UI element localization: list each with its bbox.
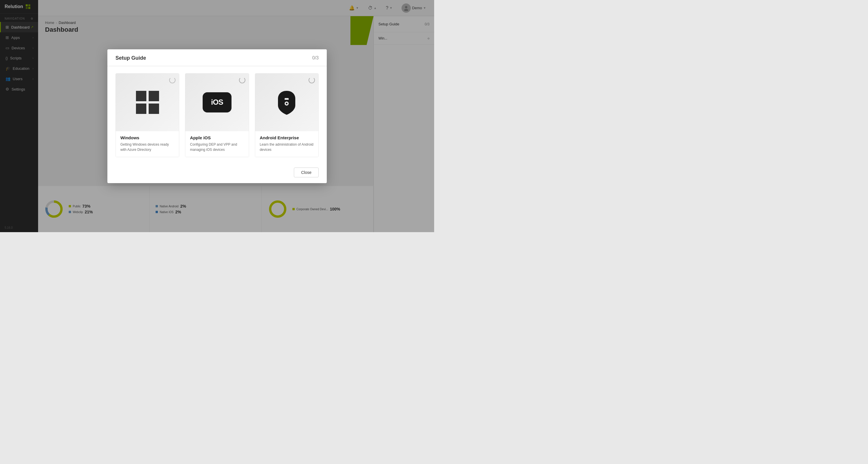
modal-header: Setup Guide 0/3 [107, 49, 327, 66]
guide-card-windows-status-icon [169, 77, 176, 84]
guide-card-ios-status-icon [239, 77, 245, 84]
android-shield-icon [275, 89, 298, 115]
guide-card-android-desc: Learn the administration of Android devi… [260, 142, 314, 152]
svg-rect-12 [136, 103, 146, 114]
guide-card-android-image [255, 73, 318, 131]
windows-logo-icon [134, 89, 160, 115]
guide-card-android[interactable]: Android Enterprise Learn the administrat… [255, 73, 319, 157]
close-button[interactable]: Close [294, 168, 319, 177]
setup-guide-modal: Setup Guide 0/3 Windows Getting Windows … [107, 49, 327, 183]
modal-title: Setup Guide [116, 55, 146, 61]
ios-logo-icon: iOS [203, 92, 231, 112]
guide-card-windows-title: Windows [120, 135, 174, 140]
guide-card-ios-desc: Configuring DEP and VPP and managing iOS… [190, 142, 244, 152]
svg-rect-11 [149, 91, 159, 101]
svg-rect-10 [136, 91, 146, 101]
svg-rect-13 [149, 103, 159, 114]
svg-rect-17 [285, 100, 289, 101]
guide-card-android-status-icon [309, 77, 315, 84]
modal-body: Windows Getting Windows devices ready wi… [107, 66, 327, 164]
guide-card-ios-body: Apple iOS Configuring DEP and VPP and ma… [185, 131, 249, 157]
modal-count: 0/3 [312, 55, 319, 61]
guide-card-windows-body: Windows Getting Windows devices ready wi… [116, 131, 179, 157]
guide-card-ios[interactable]: iOS Apple iOS Configuring DEP and VPP an… [185, 73, 249, 157]
modal-footer: Close [107, 164, 327, 183]
guide-card-windows[interactable]: Windows Getting Windows devices ready wi… [116, 73, 179, 157]
svg-point-16 [286, 103, 287, 104]
guide-card-android-body: Android Enterprise Learn the administrat… [255, 131, 318, 157]
guide-card-windows-image [116, 73, 179, 131]
guide-card-ios-image: iOS [185, 73, 249, 131]
guide-card-ios-title: Apple iOS [190, 135, 244, 140]
guide-card-windows-desc: Getting Windows devices ready with Azure… [120, 142, 174, 152]
guide-card-android-title: Android Enterprise [260, 135, 314, 140]
